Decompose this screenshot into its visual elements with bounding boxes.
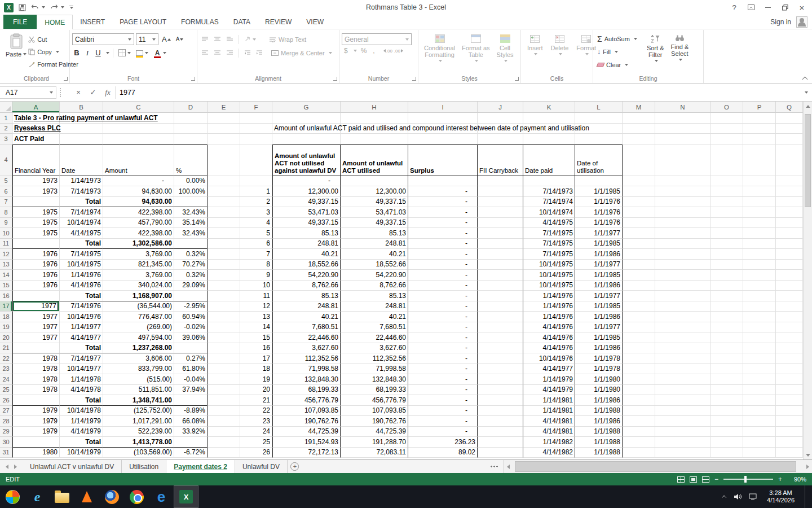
cell[interactable] — [478, 218, 523, 229]
collapse-ribbon-button[interactable] — [802, 75, 807, 80]
cell[interactable]: (515.00) — [103, 374, 174, 385]
cell[interactable] — [655, 406, 710, 417]
cell[interactable]: 12 — [240, 301, 272, 312]
cell[interactable]: - — [408, 374, 478, 385]
cell[interactable]: 17 — [240, 353, 272, 364]
cell[interactable]: - — [408, 249, 478, 260]
paste-button[interactable]: Paste — [6, 32, 27, 73]
cell[interactable] — [655, 427, 710, 437]
file-tab[interactable]: FILE — [3, 15, 37, 29]
cell[interactable]: 70.27% — [174, 260, 208, 270]
cell[interactable] — [776, 186, 803, 197]
cell[interactable] — [623, 197, 655, 208]
cell[interactable] — [776, 427, 803, 437]
cell[interactable]: 100.00% — [174, 186, 208, 197]
column-header[interactable]: Q — [776, 102, 803, 113]
cell[interactable]: 7/14/1975 — [60, 249, 103, 260]
cell[interactable]: 44,725.39 — [272, 427, 341, 437]
cell[interactable]: 1978 — [12, 353, 60, 364]
cell[interactable]: 4 — [240, 218, 272, 229]
grow-font-button[interactable]: A — [160, 33, 173, 45]
cell[interactable]: 53,471.03 — [272, 207, 341, 218]
cell[interactable]: Table 3 - Pro rating payment of unlawful… — [12, 113, 60, 124]
cell[interactable] — [710, 291, 743, 301]
cell[interactable]: 248.81 — [272, 239, 341, 249]
cell[interactable] — [743, 416, 776, 427]
excel-app-icon[interactable]: X — [4, 3, 14, 12]
cell[interactable]: 191,524.93 — [272, 437, 341, 448]
horizontal-scroll-thumb[interactable] — [515, 461, 796, 472]
align-top-button[interactable] — [200, 33, 210, 45]
cell[interactable] — [623, 437, 655, 448]
cell[interactable]: - — [408, 406, 478, 417]
cell[interactable]: 3,769.00 — [103, 270, 174, 281]
cell[interactable]: 4/14/1978 — [60, 385, 103, 396]
excel-taskbar-button[interactable]: X — [174, 485, 198, 508]
cell[interactable]: Total — [60, 437, 103, 448]
cell[interactable] — [408, 134, 478, 144]
cell[interactable]: 7/14/1975 — [523, 239, 575, 249]
cell[interactable]: Amount — [103, 144, 174, 176]
cell[interactable]: 15 — [240, 332, 272, 343]
cell[interactable] — [710, 218, 743, 229]
cell[interactable]: 1979 — [12, 427, 60, 437]
cell[interactable]: 1/14/1982 — [523, 437, 575, 448]
cell[interactable] — [103, 124, 174, 134]
cell[interactable]: - — [408, 385, 478, 396]
cell[interactable]: 191,288.70 — [341, 437, 408, 448]
cell[interactable] — [710, 385, 743, 396]
cell[interactable] — [743, 218, 776, 229]
cell[interactable] — [743, 291, 776, 301]
cell[interactable]: 4/14/1976 — [523, 332, 575, 343]
cell[interactable] — [743, 332, 776, 343]
row-header[interactable]: 10 — [0, 228, 12, 239]
cell[interactable] — [478, 322, 523, 333]
cell[interactable] — [208, 239, 240, 249]
cell[interactable] — [208, 332, 240, 343]
cell[interactable] — [655, 312, 710, 322]
cell[interactable] — [12, 395, 60, 406]
column-header[interactable]: G — [272, 102, 341, 113]
cell[interactable] — [710, 197, 743, 208]
cell[interactable] — [655, 332, 710, 343]
cell[interactable] — [478, 385, 523, 396]
cell[interactable]: 0.27% — [174, 353, 208, 364]
cell[interactable]: Date paid — [523, 144, 575, 176]
cell[interactable]: -0.04% — [174, 374, 208, 385]
cell[interactable]: Date of utilisation — [575, 144, 623, 176]
cell[interactable]: 1976 — [12, 270, 60, 281]
cell[interactable] — [710, 322, 743, 333]
cell[interactable]: 1,302,586.00 — [103, 239, 174, 249]
cell[interactable] — [478, 197, 523, 208]
cell[interactable]: 20 — [240, 385, 272, 396]
cell[interactable]: 1/1/1977 — [575, 228, 623, 239]
cell[interactable]: 12,300.00 — [272, 186, 341, 197]
cell[interactable]: 1/1/1978 — [575, 353, 623, 364]
cell[interactable] — [776, 406, 803, 417]
cell[interactable] — [655, 385, 710, 396]
cell[interactable] — [743, 197, 776, 208]
cell[interactable]: - — [103, 176, 174, 187]
cell[interactable]: 511,851.00 — [103, 385, 174, 396]
ribbon-tab-page-layout[interactable]: PAGE LAYOUT — [112, 15, 174, 29]
cell[interactable]: 456,776.79 — [341, 395, 408, 406]
row-header[interactable]: 30 — [0, 437, 12, 448]
cell[interactable] — [623, 353, 655, 364]
cell[interactable] — [743, 134, 776, 144]
cell[interactable] — [208, 301, 240, 312]
cell[interactable] — [623, 207, 655, 218]
cell[interactable]: 132,848.30 — [272, 374, 341, 385]
cell[interactable]: 49,337.15 — [341, 218, 408, 229]
row-header[interactable]: 3 — [0, 134, 12, 144]
cell[interactable]: 0.00% — [174, 176, 208, 187]
cell[interactable] — [208, 353, 240, 364]
autosum-button[interactable]: ΣAutoSum — [595, 33, 639, 45]
cell[interactable] — [710, 448, 743, 458]
ribbon-tab-view[interactable]: VIEW — [299, 15, 331, 29]
cell[interactable] — [272, 113, 341, 124]
cell[interactable] — [208, 406, 240, 417]
cell[interactable]: 16 — [240, 343, 272, 354]
restore-button[interactable] — [777, 1, 793, 14]
cell[interactable]: 5 — [240, 228, 272, 239]
row-header[interactable]: 18 — [0, 312, 12, 322]
